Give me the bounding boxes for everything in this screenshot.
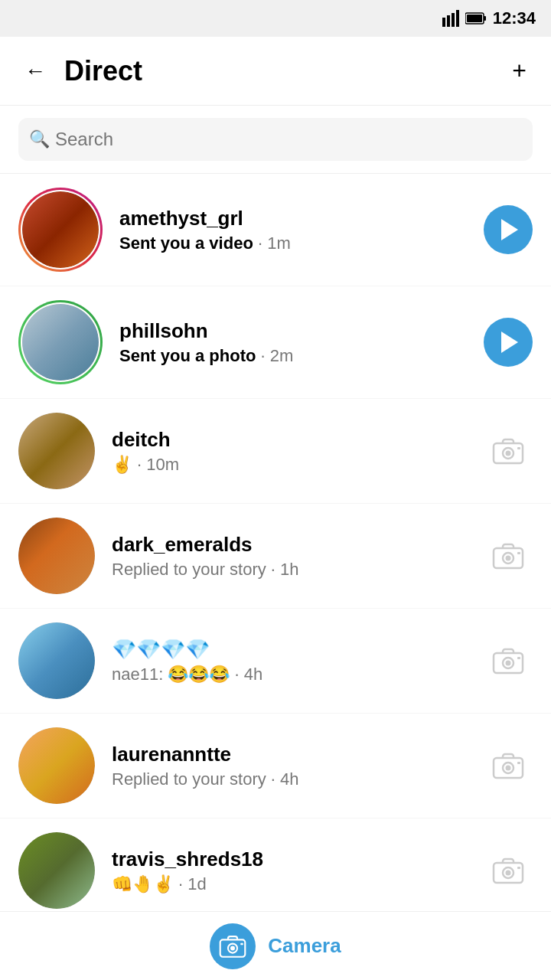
camera-icon [484,426,533,475]
camera-icon [484,846,533,895]
svg-rect-3 [456,10,459,27]
camera-icon [484,531,533,580]
svg-rect-14 [517,552,520,554]
svg-rect-26 [517,867,520,869]
list-item[interactable]: amethyst_grl Sent you a video · 1m [0,174,551,286]
list-item[interactable]: 💎💎💎💎 nae11: 😂😂😂 · 4h [0,609,551,714]
avatar-inner [21,190,100,270]
avatar [18,518,95,594]
svg-point-21 [506,766,511,771]
svg-rect-10 [517,447,520,449]
status-time: 12:34 [493,8,536,28]
list-item[interactable]: deitch ✌ · 10m [0,399,551,504]
avatar [18,622,95,699]
message-preview: 👊🤚✌ · 1d [112,874,471,894]
svg-rect-34 [241,942,243,945]
avatar [22,191,99,268]
username: phillsohn [119,319,471,343]
list-item[interactable]: phillsohn Sent you a photo · 2m [0,286,551,399]
username: deitch [112,428,471,452]
avatar-inner [21,302,100,382]
svg-point-17 [506,661,511,666]
avatar-wrapper [18,622,95,699]
camera-label[interactable]: Camera [268,934,341,958]
play-button[interactable] [484,205,533,254]
message-preview: Sent you a video · 1m [119,234,471,253]
story-ring-green [18,300,103,384]
search-input[interactable] [18,118,533,161]
message-list: amethyst_grl Sent you a video · 1m phill… [0,174,551,980]
message-info: deitch ✌ · 10m [112,428,471,475]
header: ← Direct + [0,37,551,106]
search-icon: 🔍 [29,129,50,149]
svg-rect-6 [467,15,482,22]
camera-icon [484,636,533,685]
svg-rect-5 [484,16,486,21]
username: amethyst_grl [119,207,471,230]
avatar-wrapper [18,300,103,384]
avatar-wrapper [18,518,95,594]
message-preview: Replied to your story · 4h [112,769,471,789]
camera-button[interactable] [210,923,256,969]
play-button[interactable] [484,318,533,367]
avatar [18,832,95,909]
status-icons: 12:34 [442,8,536,28]
list-item[interactable]: laurenanntte Replied to your story · 4h [0,714,551,818]
svg-point-13 [506,556,511,561]
message-preview: nae11: 😂😂😂 · 4h [112,665,471,684]
svg-rect-22 [517,762,520,764]
message-info: dark_emeralds Replied to your story · 1h [112,533,471,580]
search-container: 🔍 [0,106,551,174]
username: dark_emeralds [112,533,471,557]
page-title: Direct [64,55,506,87]
message-info: travis_shreds18 👊🤚✌ · 1d [112,848,471,894]
list-item[interactable]: travis_shreds18 👊🤚✌ · 1d [0,818,551,923]
list-item[interactable]: dark_emeralds Replied to your story · 1h [0,504,551,609]
svg-rect-18 [517,657,520,659]
avatar-wrapper [18,188,103,272]
username: laurenanntte [112,743,471,766]
message-preview: Replied to your story · 1h [112,560,471,580]
new-message-button[interactable]: + [506,51,533,91]
message-preview: Sent you a photo · 2m [119,346,471,366]
status-bar: 12:34 [0,0,551,37]
avatar [18,413,95,489]
svg-point-33 [230,946,235,950]
message-info: amethyst_grl Sent you a video · 1m [119,207,471,253]
avatar [22,304,99,381]
svg-point-25 [506,871,511,876]
svg-rect-2 [452,13,455,27]
username: 💎💎💎💎 [112,638,471,662]
username: travis_shreds18 [112,848,471,871]
svg-rect-0 [442,18,445,27]
svg-rect-1 [447,15,450,27]
avatar-wrapper [18,413,95,489]
story-ring-gradient [18,188,103,272]
avatar [18,727,95,804]
camera-icon [484,741,533,790]
signal-icon [442,10,459,27]
message-info: 💎💎💎💎 nae11: 😂😂😂 · 4h [112,638,471,684]
avatar-wrapper [18,727,95,804]
back-button[interactable]: ← [18,53,52,90]
search-wrapper: 🔍 [18,118,533,161]
bottom-bar: Camera [0,911,551,980]
message-info: laurenanntte Replied to your story · 4h [112,743,471,789]
svg-point-9 [506,451,511,456]
avatar-wrapper [18,832,95,909]
battery-icon [465,11,487,25]
message-preview: ✌ · 10m [112,455,471,475]
message-info: phillsohn Sent you a photo · 2m [119,319,471,366]
